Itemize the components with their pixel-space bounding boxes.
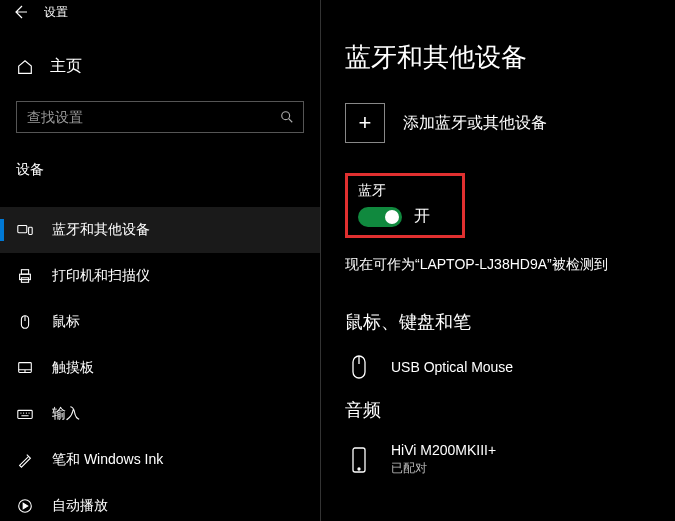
device-info: HiVi M200MKIII+ 已配对 (391, 442, 496, 477)
svg-point-12 (358, 468, 360, 470)
sidebar-item-label: 自动播放 (52, 497, 108, 515)
sidebar-item-label: 输入 (52, 405, 80, 423)
keyboard-icon (16, 405, 34, 423)
bluetooth-toggle-section: 蓝牙 开 (345, 173, 465, 238)
sidebar-item-pen[interactable]: 笔和 Windows Ink (0, 437, 320, 483)
bluetooth-toggle-row: 开 (358, 206, 452, 227)
back-button[interactable] (8, 0, 32, 24)
home-icon (16, 58, 34, 76)
sidebar-item-label: 蓝牙和其他设备 (52, 221, 150, 239)
device-info: USB Optical Mouse (391, 359, 513, 375)
device-name: USB Optical Mouse (391, 359, 513, 375)
device-row-mouse[interactable]: USB Optical Mouse (345, 348, 675, 398)
search-wrap (16, 101, 304, 133)
printer-icon (16, 267, 34, 285)
svg-point-0 (282, 112, 290, 120)
bluetooth-label: 蓝牙 (358, 182, 452, 200)
svg-rect-8 (18, 410, 32, 418)
device-status: 已配对 (391, 460, 496, 477)
section-audio: 音频 (345, 398, 675, 422)
mouse-device-icon (345, 354, 373, 380)
sidebar-item-label: 打印机和扫描仪 (52, 267, 150, 285)
svg-rect-1 (18, 226, 27, 233)
sidebar-item-label: 鼠标 (52, 313, 80, 331)
sidebar-item-bluetooth[interactable]: 蓝牙和其他设备 (0, 207, 320, 253)
discoverable-text: 现在可作为“LAPTOP-LJ38HD9A”被检测到 (345, 256, 675, 274)
sidebar-item-typing[interactable]: 输入 (0, 391, 320, 437)
search-icon (280, 110, 294, 124)
back-arrow-icon (12, 4, 28, 20)
bluetooth-toggle-state: 开 (414, 206, 430, 227)
page-title: 蓝牙和其他设备 (345, 40, 675, 75)
devices-icon (16, 221, 34, 239)
main-content: 蓝牙和其他设备 + 添加蓝牙或其他设备 蓝牙 开 现在可作为“LAPTOP-LJ… (320, 0, 675, 521)
device-row-audio[interactable]: HiVi M200MKIII+ 已配对 (345, 436, 675, 495)
add-device-button[interactable]: + 添加蓝牙或其他设备 (345, 103, 675, 143)
sidebar-item-label: 触摸板 (52, 359, 94, 377)
phone-device-icon (345, 446, 373, 474)
sidebar-item-printers[interactable]: 打印机和扫描仪 (0, 253, 320, 299)
pen-icon (16, 451, 34, 469)
window-title: 设置 (44, 4, 68, 21)
mouse-icon (16, 313, 34, 331)
add-device-label: 添加蓝牙或其他设备 (403, 113, 547, 134)
svg-rect-2 (29, 227, 33, 234)
device-name: HiVi M200MKIII+ (391, 442, 496, 458)
plus-icon: + (345, 103, 385, 143)
section-mouse-keyboard: 鼠标、键盘和笔 (345, 310, 675, 334)
autoplay-icon (16, 497, 34, 515)
home-label: 主页 (50, 56, 82, 77)
sidebar-home[interactable]: 主页 (0, 44, 320, 89)
search-input[interactable] (16, 101, 304, 133)
sidebar: 设置 主页 设备 蓝牙和其他设备 打印机和扫描仪 (0, 0, 320, 521)
svg-rect-4 (21, 270, 28, 275)
sidebar-item-label: 笔和 Windows Ink (52, 451, 163, 469)
sidebar-section-label: 设备 (0, 153, 320, 187)
sidebar-item-touchpad[interactable]: 触摸板 (0, 345, 320, 391)
bluetooth-toggle[interactable] (358, 207, 402, 227)
sidebar-nav: 蓝牙和其他设备 打印机和扫描仪 鼠标 触摸板 输入 (0, 207, 320, 521)
sidebar-item-autoplay[interactable]: 自动播放 (0, 483, 320, 521)
titlebar: 设置 (0, 0, 320, 24)
sidebar-item-mouse[interactable]: 鼠标 (0, 299, 320, 345)
touchpad-icon (16, 359, 34, 377)
